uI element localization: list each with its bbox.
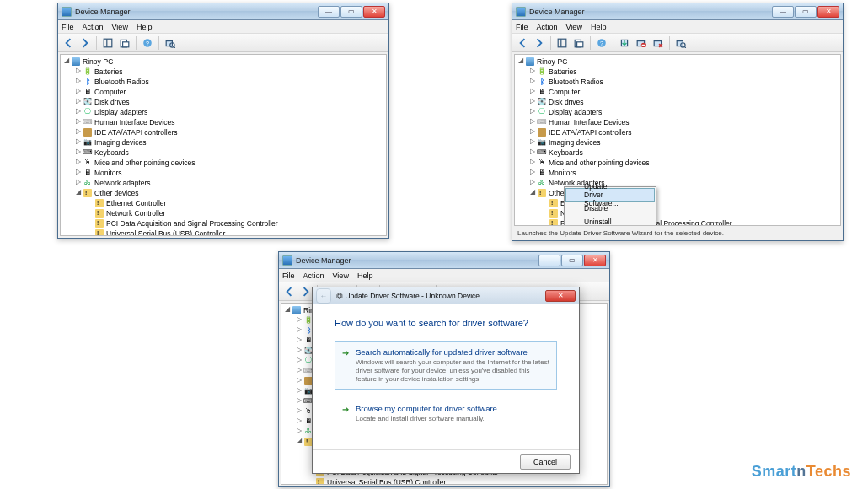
ide-icon bbox=[83, 128, 92, 137]
maximize-button[interactable]: ▭ bbox=[561, 255, 583, 266]
menu-file[interactable]: File bbox=[516, 23, 528, 31]
menu-bar: File Action View Help bbox=[58, 20, 388, 34]
tree-node[interactable]: ▷Batteries bbox=[518, 67, 837, 77]
update-driver-icon[interactable] bbox=[618, 36, 631, 50]
menu-action[interactable]: Action bbox=[303, 271, 324, 280]
nav-back-icon[interactable] bbox=[282, 285, 296, 298]
tree-label: Other devices bbox=[94, 188, 138, 198]
tree-label: Rinoy-PC bbox=[83, 56, 113, 67]
svg-rect-3 bbox=[123, 41, 129, 46]
tree-node[interactable]: ▷Keyboards bbox=[518, 148, 837, 158]
tree-node[interactable]: ▷Computer bbox=[518, 87, 837, 97]
menu-help[interactable]: Help bbox=[137, 23, 153, 31]
option-head: Browse my computer for driver software bbox=[356, 404, 497, 413]
minimize-button[interactable]: — bbox=[318, 6, 340, 18]
close-button[interactable]: ✕ bbox=[817, 6, 839, 18]
menu-bar: File Action View Help bbox=[512, 20, 843, 34]
tree-node[interactable]: ▷Mice and other pointing devices bbox=[518, 158, 837, 168]
help-icon[interactable]: ? bbox=[595, 36, 608, 50]
svg-rect-0 bbox=[104, 39, 112, 47]
tree-node[interactable]: ▷Human Interface Devices bbox=[518, 117, 837, 127]
tree-node[interactable]: ▷Display adapters bbox=[64, 107, 383, 117]
close-button[interactable]: ✕ bbox=[363, 6, 385, 18]
mon-icon bbox=[83, 169, 92, 177]
nav-forward-icon[interactable] bbox=[78, 36, 92, 50]
maximize-button[interactable]: ▭ bbox=[340, 6, 362, 18]
scan-icon[interactable] bbox=[163, 36, 177, 50]
tree-node[interactable]: ▷Monitors bbox=[64, 168, 383, 178]
tree-node[interactable]: ▷Mice and other pointing devices bbox=[64, 158, 383, 168]
menu-action[interactable]: Action bbox=[83, 23, 104, 31]
warn-icon bbox=[83, 189, 92, 197]
wizard-close-button[interactable]: ✕ bbox=[545, 290, 576, 302]
menu-file[interactable]: File bbox=[62, 23, 74, 31]
tree-node[interactable]: Network Controller bbox=[64, 208, 383, 218]
help-icon[interactable]: ? bbox=[141, 36, 154, 50]
tree-node[interactable]: ▷Display adapters bbox=[518, 107, 837, 117]
tree-node[interactable]: ▷Imaging devices bbox=[518, 137, 837, 148]
tree-label: Universal Serial Bus (USB) Controller bbox=[106, 228, 225, 236]
tree-root[interactable]: ◢Rinoy-PC bbox=[64, 56, 383, 67]
close-button[interactable]: ✕ bbox=[584, 255, 606, 266]
ctx-update-driver[interactable]: Update Driver Software... bbox=[565, 188, 655, 202]
wizard-icon: ⏣ bbox=[336, 292, 343, 300]
tree-label: Mice and other pointing devices bbox=[549, 158, 650, 168]
menu-file[interactable]: File bbox=[282, 271, 295, 280]
ctx-uninstall[interactable]: Uninstall bbox=[565, 215, 655, 226]
option-browse[interactable]: ➔ Browse my computer for driver software… bbox=[335, 398, 557, 429]
tree-node[interactable]: ▷Batteries bbox=[64, 67, 383, 77]
device-manager-window-right: Device Manager — ▭ ✕ File Action View He… bbox=[512, 3, 844, 241]
title-bar[interactable]: Device Manager — ▭ ✕ bbox=[58, 3, 388, 20]
tree-node[interactable]: ▷Human Interface Devices bbox=[64, 117, 383, 127]
tree-node[interactable]: ▷Bluetooth Radios bbox=[64, 77, 383, 87]
properties-icon[interactable] bbox=[118, 36, 131, 50]
tree-node[interactable]: ▷Keyboards bbox=[64, 148, 383, 158]
nav-back-icon[interactable] bbox=[516, 36, 529, 50]
show-hide-tree-icon[interactable] bbox=[101, 36, 115, 50]
menu-view[interactable]: View bbox=[112, 23, 128, 31]
tree-node[interactable]: PCI Data Acquisition and Signal Processi… bbox=[64, 218, 383, 228]
nav-forward-icon[interactable] bbox=[299, 285, 313, 298]
menu-view[interactable]: View bbox=[333, 271, 349, 280]
tree-node[interactable]: ▷Disk drives bbox=[518, 97, 837, 107]
tree-node[interactable]: ▷Monitors bbox=[518, 168, 837, 178]
nav-back-icon[interactable] bbox=[62, 36, 75, 50]
menu-help[interactable]: Help bbox=[357, 271, 373, 280]
tree-node[interactable]: ▷Computer bbox=[64, 87, 383, 97]
tree-node[interactable]: Universal Serial Bus (USB) Controller bbox=[285, 477, 603, 485]
computer-icon bbox=[72, 57, 80, 66]
tree-node[interactable]: ◢Other devices bbox=[64, 188, 383, 198]
tree-node[interactable]: ▷Bluetooth Radios bbox=[518, 77, 837, 87]
tree-node[interactable]: ▷Network adapters bbox=[64, 178, 383, 188]
nav-forward-icon[interactable] bbox=[533, 36, 546, 50]
warn-icon bbox=[549, 209, 558, 218]
disp-icon bbox=[83, 108, 92, 116]
tree-root[interactable]: ◢Rinoy-PC bbox=[518, 56, 837, 67]
title-bar[interactable]: Device Manager — ▭ ✕ bbox=[279, 252, 609, 269]
cancel-button[interactable]: Cancel bbox=[520, 454, 571, 470]
show-hide-tree-icon[interactable] bbox=[555, 36, 569, 50]
menu-help[interactable]: Help bbox=[591, 23, 607, 31]
menu-action[interactable]: Action bbox=[537, 23, 558, 31]
disable-icon[interactable] bbox=[635, 36, 648, 50]
maximize-button[interactable]: ▭ bbox=[795, 6, 817, 18]
menu-view[interactable]: View bbox=[566, 23, 582, 31]
tree-label: Bluetooth Radios bbox=[549, 77, 603, 87]
option-search-auto[interactable]: ➔ Search automatically for updated drive… bbox=[335, 341, 557, 390]
tree-node[interactable]: ▷IDE ATA/ATAPI controllers bbox=[64, 127, 383, 137]
disp-icon bbox=[538, 108, 546, 116]
tree-node[interactable]: ▷Disk drives bbox=[64, 97, 383, 107]
tree-node[interactable]: ▷Imaging devices bbox=[64, 137, 383, 148]
properties-icon[interactable] bbox=[572, 36, 586, 50]
uninstall-icon[interactable] bbox=[651, 36, 665, 50]
tree-node[interactable]: Ethernet Controller bbox=[64, 198, 383, 208]
title-bar[interactable]: Device Manager — ▭ ✕ bbox=[512, 3, 843, 20]
minimize-button[interactable]: — bbox=[538, 255, 560, 266]
wizard-question: How do you want to search for driver sof… bbox=[335, 318, 557, 328]
computer-icon bbox=[292, 306, 301, 314]
minimize-button[interactable]: — bbox=[772, 6, 794, 18]
tree-node[interactable]: ▷IDE ATA/ATAPI controllers bbox=[518, 127, 837, 137]
scan-icon[interactable] bbox=[674, 36, 688, 50]
wizard-title-bar[interactable]: ← ⏣ Update Driver Software - Unknown Dev… bbox=[313, 287, 579, 304]
tree-node[interactable]: Universal Serial Bus (USB) Controller bbox=[64, 228, 383, 236]
